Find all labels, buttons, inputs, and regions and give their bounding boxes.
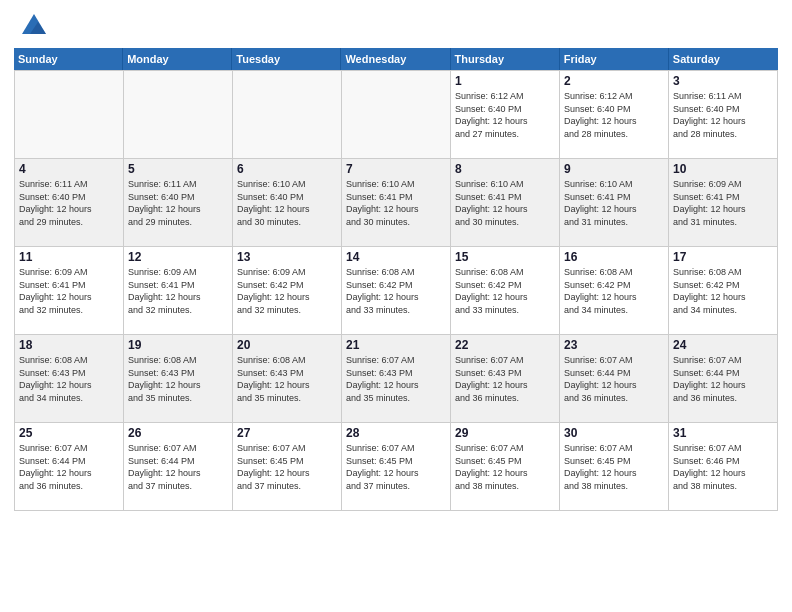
weekday-header-saturday: Saturday [669,48,778,70]
weekday-header-monday: Monday [123,48,232,70]
day-cell-19: 19Sunrise: 6:08 AM Sunset: 6:43 PM Dayli… [124,335,233,423]
day-cell-17: 17Sunrise: 6:08 AM Sunset: 6:42 PM Dayli… [669,247,778,335]
day-number: 10 [673,162,773,176]
day-cell-10: 10Sunrise: 6:09 AM Sunset: 6:41 PM Dayli… [669,159,778,247]
day-number: 19 [128,338,228,352]
weekday-header-friday: Friday [560,48,669,70]
day-cell-25: 25Sunrise: 6:07 AM Sunset: 6:44 PM Dayli… [15,423,124,511]
day-number: 29 [455,426,555,440]
day-info: Sunrise: 6:10 AM Sunset: 6:40 PM Dayligh… [237,178,337,228]
day-number: 15 [455,250,555,264]
day-cell-27: 27Sunrise: 6:07 AM Sunset: 6:45 PM Dayli… [233,423,342,511]
day-number: 27 [237,426,337,440]
day-number: 8 [455,162,555,176]
day-info: Sunrise: 6:07 AM Sunset: 6:44 PM Dayligh… [564,354,664,404]
day-cell-2: 2Sunrise: 6:12 AM Sunset: 6:40 PM Daylig… [560,71,669,159]
day-cell-9: 9Sunrise: 6:10 AM Sunset: 6:41 PM Daylig… [560,159,669,247]
day-cell-30: 30Sunrise: 6:07 AM Sunset: 6:45 PM Dayli… [560,423,669,511]
day-number: 26 [128,426,228,440]
day-info: Sunrise: 6:08 AM Sunset: 6:42 PM Dayligh… [455,266,555,316]
day-number: 21 [346,338,446,352]
day-number: 4 [19,162,119,176]
day-info: Sunrise: 6:07 AM Sunset: 6:45 PM Dayligh… [237,442,337,492]
day-number: 22 [455,338,555,352]
day-number: 1 [455,74,555,88]
day-cell-20: 20Sunrise: 6:08 AM Sunset: 6:43 PM Dayli… [233,335,342,423]
day-info: Sunrise: 6:07 AM Sunset: 6:44 PM Dayligh… [673,354,773,404]
day-cell-13: 13Sunrise: 6:09 AM Sunset: 6:42 PM Dayli… [233,247,342,335]
day-number: 12 [128,250,228,264]
day-cell-7: 7Sunrise: 6:10 AM Sunset: 6:41 PM Daylig… [342,159,451,247]
day-number: 25 [19,426,119,440]
day-info: Sunrise: 6:08 AM Sunset: 6:42 PM Dayligh… [564,266,664,316]
day-cell-29: 29Sunrise: 6:07 AM Sunset: 6:45 PM Dayli… [451,423,560,511]
day-cell-31: 31Sunrise: 6:07 AM Sunset: 6:46 PM Dayli… [669,423,778,511]
day-info: Sunrise: 6:10 AM Sunset: 6:41 PM Dayligh… [455,178,555,228]
logo [20,12,52,40]
day-cell-8: 8Sunrise: 6:10 AM Sunset: 6:41 PM Daylig… [451,159,560,247]
day-number: 20 [237,338,337,352]
day-number: 17 [673,250,773,264]
day-cell-28: 28Sunrise: 6:07 AM Sunset: 6:45 PM Dayli… [342,423,451,511]
day-info: Sunrise: 6:09 AM Sunset: 6:41 PM Dayligh… [673,178,773,228]
day-cell-4: 4Sunrise: 6:11 AM Sunset: 6:40 PM Daylig… [15,159,124,247]
day-info: Sunrise: 6:07 AM Sunset: 6:43 PM Dayligh… [455,354,555,404]
day-info: Sunrise: 6:11 AM Sunset: 6:40 PM Dayligh… [673,90,773,140]
day-cell-12: 12Sunrise: 6:09 AM Sunset: 6:41 PM Dayli… [124,247,233,335]
day-cell-24: 24Sunrise: 6:07 AM Sunset: 6:44 PM Dayli… [669,335,778,423]
day-number: 3 [673,74,773,88]
day-number: 31 [673,426,773,440]
logo-icon [20,12,48,40]
weekday-header-thursday: Thursday [451,48,560,70]
day-cell-18: 18Sunrise: 6:08 AM Sunset: 6:43 PM Dayli… [15,335,124,423]
calendar-header: SundayMondayTuesdayWednesdayThursdayFrid… [14,48,778,70]
day-cell-14: 14Sunrise: 6:08 AM Sunset: 6:42 PM Dayli… [342,247,451,335]
day-info: Sunrise: 6:07 AM Sunset: 6:44 PM Dayligh… [19,442,119,492]
day-info: Sunrise: 6:11 AM Sunset: 6:40 PM Dayligh… [19,178,119,228]
day-number: 28 [346,426,446,440]
day-cell-26: 26Sunrise: 6:07 AM Sunset: 6:44 PM Dayli… [124,423,233,511]
day-number: 24 [673,338,773,352]
calendar: SundayMondayTuesdayWednesdayThursdayFrid… [14,48,778,511]
day-info: Sunrise: 6:12 AM Sunset: 6:40 PM Dayligh… [564,90,664,140]
empty-cell [15,71,124,159]
day-info: Sunrise: 6:08 AM Sunset: 6:43 PM Dayligh… [237,354,337,404]
day-number: 23 [564,338,664,352]
day-info: Sunrise: 6:11 AM Sunset: 6:40 PM Dayligh… [128,178,228,228]
day-number: 2 [564,74,664,88]
day-info: Sunrise: 6:12 AM Sunset: 6:40 PM Dayligh… [455,90,555,140]
header [0,0,792,48]
day-info: Sunrise: 6:07 AM Sunset: 6:45 PM Dayligh… [564,442,664,492]
day-info: Sunrise: 6:08 AM Sunset: 6:42 PM Dayligh… [673,266,773,316]
weekday-header-wednesday: Wednesday [341,48,450,70]
weekday-header-sunday: Sunday [14,48,123,70]
day-cell-3: 3Sunrise: 6:11 AM Sunset: 6:40 PM Daylig… [669,71,778,159]
day-info: Sunrise: 6:10 AM Sunset: 6:41 PM Dayligh… [564,178,664,228]
day-info: Sunrise: 6:07 AM Sunset: 6:44 PM Dayligh… [128,442,228,492]
empty-cell [342,71,451,159]
day-info: Sunrise: 6:07 AM Sunset: 6:43 PM Dayligh… [346,354,446,404]
day-info: Sunrise: 6:08 AM Sunset: 6:43 PM Dayligh… [128,354,228,404]
day-info: Sunrise: 6:07 AM Sunset: 6:46 PM Dayligh… [673,442,773,492]
day-info: Sunrise: 6:10 AM Sunset: 6:41 PM Dayligh… [346,178,446,228]
day-info: Sunrise: 6:09 AM Sunset: 6:41 PM Dayligh… [128,266,228,316]
day-number: 11 [19,250,119,264]
day-info: Sunrise: 6:07 AM Sunset: 6:45 PM Dayligh… [346,442,446,492]
day-cell-6: 6Sunrise: 6:10 AM Sunset: 6:40 PM Daylig… [233,159,342,247]
day-number: 30 [564,426,664,440]
day-cell-1: 1Sunrise: 6:12 AM Sunset: 6:40 PM Daylig… [451,71,560,159]
day-info: Sunrise: 6:09 AM Sunset: 6:42 PM Dayligh… [237,266,337,316]
day-cell-22: 22Sunrise: 6:07 AM Sunset: 6:43 PM Dayli… [451,335,560,423]
day-cell-23: 23Sunrise: 6:07 AM Sunset: 6:44 PM Dayli… [560,335,669,423]
weekday-header-tuesday: Tuesday [232,48,341,70]
page-container: SundayMondayTuesdayWednesdayThursdayFrid… [0,0,792,511]
day-number: 5 [128,162,228,176]
empty-cell [124,71,233,159]
day-cell-21: 21Sunrise: 6:07 AM Sunset: 6:43 PM Dayli… [342,335,451,423]
day-cell-5: 5Sunrise: 6:11 AM Sunset: 6:40 PM Daylig… [124,159,233,247]
day-number: 14 [346,250,446,264]
empty-cell [233,71,342,159]
day-info: Sunrise: 6:08 AM Sunset: 6:42 PM Dayligh… [346,266,446,316]
day-number: 6 [237,162,337,176]
day-number: 13 [237,250,337,264]
